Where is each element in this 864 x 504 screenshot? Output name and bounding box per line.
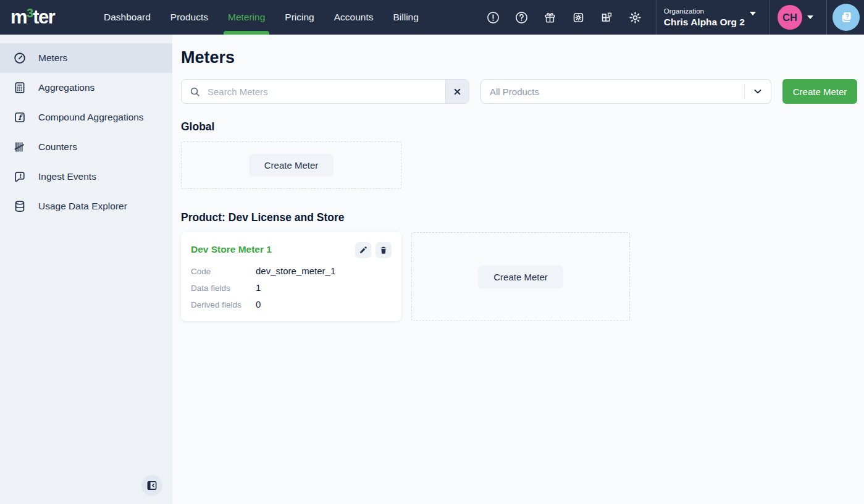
meter-card: Dev Store Meter 1 [181, 232, 401, 321]
close-icon [453, 87, 462, 96]
sidebar-item-label: Ingest Events [38, 171, 96, 182]
page-title: Meters [181, 48, 857, 67]
sidebar-item-label: Meters [38, 52, 67, 64]
field-label: Code [191, 267, 256, 276]
nav-item-accounts[interactable]: Accounts [324, 0, 384, 35]
nav-item-billing[interactable]: Billing [383, 0, 428, 35]
product-filter-value: All Products [481, 86, 744, 97]
nav-item-metering[interactable]: Metering [218, 0, 275, 35]
function-icon: f [13, 111, 27, 124]
blocks-icon[interactable] [600, 10, 614, 25]
field-value: dev_store_meter_1 [256, 266, 335, 276]
caret-down-icon [750, 12, 756, 15]
global-create-meter-button[interactable]: Create Meter [249, 154, 334, 177]
nav-item-dashboard[interactable]: Dashboard [94, 0, 161, 35]
avatar: CH [778, 5, 802, 30]
field-value: 0 [256, 299, 261, 309]
meters-toolbar: All Products Create Meter [181, 79, 857, 104]
chevron-down-icon [745, 86, 771, 97]
navbar-right-tools: Organization Chris Alpha Org 2 CH ? [479, 0, 864, 35]
m3ter-logo[interactable]: m3ter [0, 0, 84, 35]
product-filter-dropdown[interactable]: All Products [480, 79, 771, 104]
logo-text-sup: 3 [27, 6, 33, 20]
sidebar-item-ingest-events[interactable]: Ingest Events [0, 162, 172, 191]
edit-meter-button[interactable] [355, 242, 371, 258]
logo-text: ter [33, 6, 54, 28]
meter-field-row: Derived fields 0 [191, 299, 392, 309]
sidebar-item-aggregations[interactable]: Aggregations [0, 73, 172, 103]
global-section-heading: Global [181, 120, 857, 133]
gauge-icon [13, 51, 27, 65]
nav-item-pricing[interactable]: Pricing [275, 0, 324, 35]
calculator-icon [13, 81, 27, 94]
product-create-meter-dropzone: Create Meter [411, 232, 630, 321]
product-section-heading: Product: Dev License and Store [181, 211, 857, 224]
sidebar-collapse-button[interactable] [141, 475, 162, 496]
help-icon[interactable] [514, 10, 529, 25]
organization-name: Chris Alpha Org 2 [664, 17, 745, 28]
sidebar-item-label: Compound Aggregations [38, 112, 144, 123]
clear-search-button[interactable] [445, 80, 469, 103]
organization-switcher[interactable]: Organization Chris Alpha Org 2 [656, 7, 763, 28]
user-menu[interactable]: CH [770, 5, 820, 30]
help-widget-block: ? [827, 4, 864, 31]
search-input[interactable] [206, 86, 445, 98]
meter-name-link[interactable]: Dev Store Meter 1 [191, 242, 272, 255]
sidebar: Meters Aggregations f Compound Aggregati… [0, 35, 172, 504]
primary-nav: Dashboard Products Metering Pricing Acco… [94, 0, 429, 35]
help-widget-button[interactable]: ? [833, 4, 860, 31]
organization-label: Organization [664, 7, 745, 15]
meter-field-row: Code dev_store_meter_1 [191, 266, 392, 276]
field-label: Data fields [191, 284, 256, 293]
field-label: Derived fields [191, 300, 256, 309]
sidebar-item-usage-data-explorer[interactable]: Usage Data Explorer [0, 191, 172, 221]
product-create-meter-button[interactable]: Create Meter [478, 266, 563, 288]
delete-meter-button[interactable] [375, 242, 392, 258]
chat-question-icon: ? [838, 9, 854, 25]
sidebar-item-compound-aggregations[interactable]: f Compound Aggregations [0, 103, 172, 132]
nav-item-products[interactable]: Products [161, 0, 218, 35]
search-icon [189, 86, 201, 98]
pencil-icon [359, 246, 367, 254]
svg-text:f: f [19, 113, 23, 122]
settings-icon[interactable] [628, 10, 643, 25]
tally-icon [13, 140, 27, 154]
sidebar-item-label: Usage Data Explorer [38, 201, 127, 212]
message-alert-icon [13, 170, 27, 183]
trash-icon [379, 246, 388, 254]
logo-text: m [10, 6, 27, 28]
top-navbar: m3ter Dashboard Products Metering Pricin… [0, 0, 864, 35]
automation-icon[interactable] [571, 10, 586, 25]
svg-text:?: ? [845, 13, 849, 20]
alert-icon[interactable] [486, 10, 501, 25]
sidebar-item-counters[interactable]: Counters [0, 132, 172, 162]
field-value: 1 [256, 282, 261, 293]
collapse-panel-icon [146, 479, 158, 492]
sidebar-item-meters[interactable]: Meters [0, 43, 172, 73]
gift-icon[interactable] [543, 10, 558, 25]
search-group [181, 79, 469, 104]
meter-field-row: Data fields 1 [191, 282, 392, 293]
create-meter-button[interactable]: Create Meter [782, 79, 857, 104]
product-meters-row: Dev Store Meter 1 [181, 232, 857, 321]
database-icon [13, 200, 27, 213]
main-content: Meters All Products [172, 35, 864, 504]
sidebar-item-label: Aggregations [38, 82, 94, 93]
caret-down-icon [807, 15, 813, 19]
global-create-meter-dropzone: Create Meter [181, 141, 401, 189]
sidebar-item-label: Counters [38, 141, 77, 153]
